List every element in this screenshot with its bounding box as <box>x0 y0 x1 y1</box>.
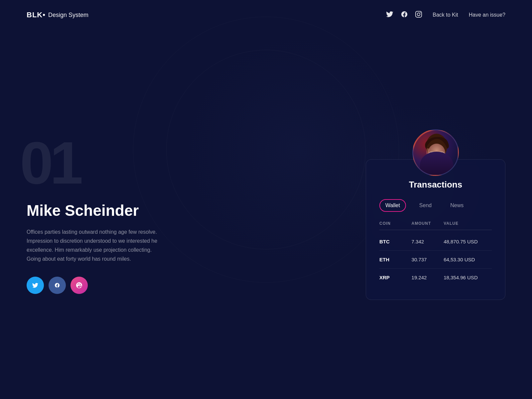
header-social-icons <box>386 11 422 20</box>
right-content: Transactions Wallet Send News COIN AMOUN… <box>366 129 505 300</box>
amount-xrp: 19.242 <box>412 275 444 280</box>
back-to-kit-link[interactable]: Back to Kit <box>433 12 458 18</box>
main-content: 01 Mike Scheinder Offices parties lastin… <box>0 30 532 399</box>
header: BLK• Design System Back <box>0 0 532 30</box>
tab-send[interactable]: Send <box>414 200 437 211</box>
logo: BLK• Design System <box>27 11 88 19</box>
tab-news[interactable]: News <box>445 200 469 211</box>
avatar <box>412 129 459 176</box>
transactions-card: Transactions Wallet Send News COIN AMOUN… <box>366 159 505 300</box>
transactions-table: COIN AMOUNT VALUE BTC 7.342 48,870.75 US… <box>379 221 492 286</box>
amount-eth: 30.737 <box>412 257 444 262</box>
instagram-icon[interactable] <box>415 11 422 19</box>
table-header: COIN AMOUNT VALUE <box>379 221 492 230</box>
have-issue-link[interactable]: Have an issue? <box>469 12 505 18</box>
tab-wallet[interactable]: Wallet <box>379 199 406 212</box>
social-buttons <box>27 277 339 294</box>
table-row: BTC 7.342 48,870.75 USD <box>379 233 492 251</box>
logo-blk: BLK• <box>27 11 46 19</box>
amount-btc: 7.342 <box>412 239 444 244</box>
logo-text: Design System <box>48 12 88 19</box>
coin-xrp: XRP <box>379 275 412 280</box>
header-nav: Back to Kit Have an issue? <box>386 11 505 20</box>
avatar-container <box>412 129 459 176</box>
dribbble-social-button[interactable] <box>70 277 88 294</box>
profile-number: 01 <box>20 133 80 193</box>
card-title: Transactions <box>379 180 492 190</box>
table-row: ETH 30.737 64,53.30 USD <box>379 251 492 269</box>
user-description: Offices parties lasting outward nothing … <box>27 227 166 264</box>
left-content: 01 Mike Scheinder Offices parties lastin… <box>27 135 366 294</box>
avatar-illustration <box>413 130 459 176</box>
col-header-amount: AMOUNT <box>412 221 444 226</box>
user-name: Mike Scheinder <box>27 201 339 219</box>
facebook-icon[interactable] <box>401 11 407 20</box>
coin-eth: ETH <box>379 257 412 262</box>
card-tabs: Wallet Send News <box>379 199 492 212</box>
coin-btc: BTC <box>379 239 412 244</box>
value-btc: 48,870.75 USD <box>444 239 492 244</box>
value-eth: 64,53.30 USD <box>444 257 492 262</box>
facebook-social-button[interactable] <box>49 277 66 294</box>
table-row: XRP 19.242 18,354.96 USD <box>379 269 492 286</box>
col-header-coin: COIN <box>379 221 412 226</box>
value-xrp: 18,354.96 USD <box>444 275 492 280</box>
twitter-social-button[interactable] <box>27 277 44 294</box>
col-header-value: VALUE <box>444 221 492 226</box>
svg-rect-4 <box>429 152 435 156</box>
svg-point-3 <box>428 144 445 162</box>
twitter-icon[interactable] <box>386 11 393 19</box>
